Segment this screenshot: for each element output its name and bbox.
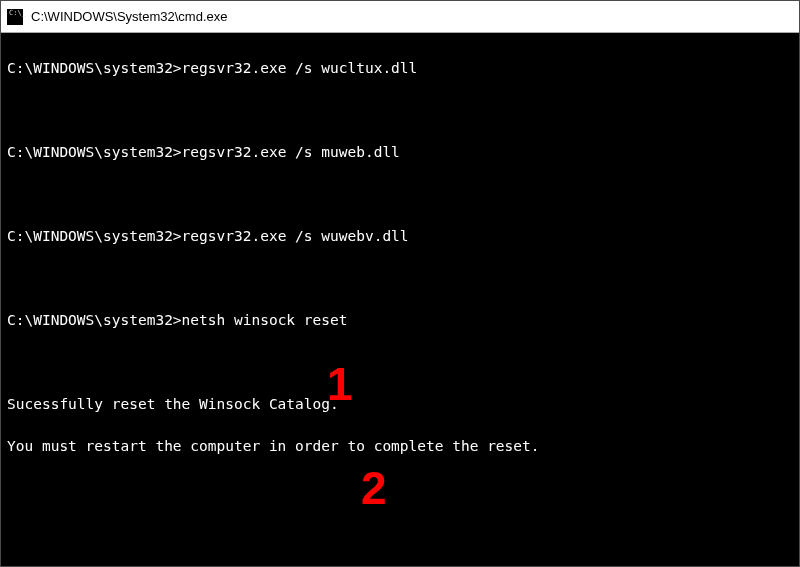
cmd-line: C:\WINDOWS\system32>regsvr32.exe /s wuwe…: [7, 226, 793, 247]
window-title: C:\WINDOWS\System32\cmd.exe: [31, 9, 227, 24]
cmd-line: C:\WINDOWS\system32>regsvr32.exe /s wucl…: [7, 58, 793, 79]
blank-line: [7, 520, 793, 541]
blank-line: [7, 100, 793, 121]
output-line: You must restart the computer in order t…: [7, 436, 793, 457]
cmd-line: C:\WINDOWS\system32>netsh winsock reset: [7, 310, 793, 331]
output-line: Sucessfully reset the Winsock Catalog.: [7, 394, 793, 415]
terminal-area[interactable]: C:\WINDOWS\system32>regsvr32.exe /s wucl…: [1, 33, 799, 566]
blank-line: [7, 478, 793, 499]
blank-line: [7, 268, 793, 289]
blank-line: [7, 352, 793, 373]
cmd-line: C:\WINDOWS\system32>regsvr32.exe /s muwe…: [7, 142, 793, 163]
titlebar[interactable]: C:\WINDOWS\System32\cmd.exe: [1, 1, 799, 33]
cmd-line: C:\WINDOWS\system32>netsh winsock reset …: [7, 562, 793, 566]
blank-line: [7, 184, 793, 205]
cmd-icon: [7, 9, 23, 25]
cmd-window: C:\WINDOWS\System32\cmd.exe C:\WINDOWS\s…: [0, 0, 800, 567]
